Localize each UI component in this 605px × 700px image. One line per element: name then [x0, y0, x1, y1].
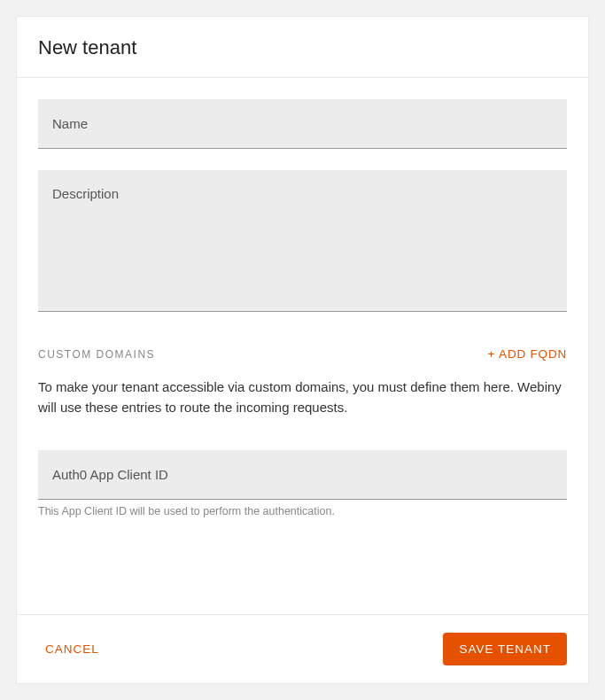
auth0-input[interactable]	[38, 450, 567, 499]
add-fqdn-button[interactable]: + ADD FQDN	[488, 347, 567, 361]
save-button[interactable]: SAVE TENANT	[443, 633, 567, 665]
card-header: New tenant	[17, 17, 588, 78]
card-footer: CANCEL SAVE TENANT	[17, 614, 588, 683]
custom-domains-label: CUSTOM DOMAINS	[38, 348, 155, 361]
cancel-button[interactable]: CANCEL	[38, 635, 106, 663]
new-tenant-form: New tenant Name Description CUSTOM DOMAI…	[16, 16, 589, 684]
custom-domains-description: To make your tenant accessible via custo…	[38, 377, 567, 418]
description-input[interactable]	[52, 195, 553, 300]
auth0-field-wrap[interactable]: Auth0 App Client ID	[38, 450, 567, 500]
name-input[interactable]	[38, 99, 567, 148]
card-body: Name Description CUSTOM DOMAINS + ADD FQ…	[17, 78, 588, 614]
custom-domains-header: CUSTOM DOMAINS + ADD FQDN	[38, 347, 567, 361]
description-field-wrap[interactable]: Description	[38, 170, 567, 312]
name-field-wrap[interactable]: Name	[38, 99, 567, 149]
auth0-helper: This App Client ID will be used to perfo…	[38, 505, 567, 517]
page-title: New tenant	[38, 36, 567, 59]
